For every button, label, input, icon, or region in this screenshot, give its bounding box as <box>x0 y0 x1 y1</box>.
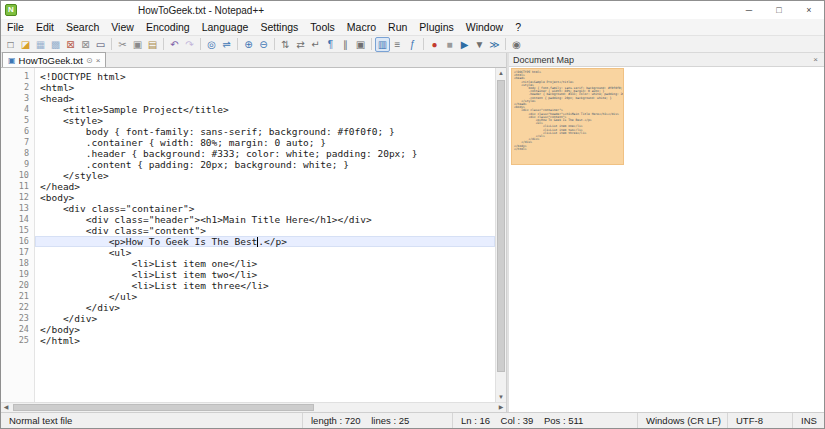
run-macro-multiple-icon[interactable]: ≫ <box>487 37 502 52</box>
menu-item-language[interactable]: Language <box>196 19 255 35</box>
find-icon[interactable]: ◎ <box>204 37 219 52</box>
code-line[interactable]: <li>List item two</li> <box>35 269 495 280</box>
code-line[interactable]: body { font-family: sans-serif; backgrou… <box>35 126 495 137</box>
paste-icon[interactable]: ▤ <box>145 37 160 52</box>
code-line[interactable]: <p>How To Geek Is The Best.</p> <box>35 236 495 247</box>
vertical-scroll-track[interactable] <box>496 78 506 392</box>
scroll-left-arrow[interactable]: ◀ <box>1 403 11 412</box>
menu-item-settings[interactable]: Settings <box>254 19 304 35</box>
scroll-right-arrow[interactable]: ▶ <box>496 403 506 412</box>
menu-item-edit[interactable]: Edit <box>30 19 60 35</box>
main-area: ▣ HowToGeek.txt ⊙ × 12345678910111213141… <box>1 53 824 412</box>
code-line[interactable]: </head> <box>35 181 495 192</box>
code-line[interactable]: </style> <box>35 170 495 181</box>
sync-vertical-scroll-icon[interactable]: ⇅ <box>278 37 293 52</box>
cut-icon[interactable]: ✂ <box>115 37 130 52</box>
code-line[interactable]: <div class="header"><h1>Main Title Here<… <box>35 214 495 225</box>
tab-close-icon[interactable]: × <box>96 56 101 65</box>
document-map-icon[interactable]: ▥ <box>375 37 390 52</box>
close-file-icon[interactable]: ⊠ <box>63 37 78 52</box>
document-map-viewport[interactable]: <!DOCTYPE html> <html> <head> <title>Sam… <box>511 68 624 165</box>
line-number: 8 <box>1 148 29 159</box>
show-all-characters-icon[interactable]: ¶ <box>323 37 338 52</box>
playback-macro-icon[interactable]: ▶ <box>457 37 472 52</box>
document-list-icon[interactable]: ≡ <box>390 37 405 52</box>
copy-icon[interactable]: ▣ <box>130 37 145 52</box>
vertical-scrollbar[interactable]: ▲ ▼ <box>495 68 506 402</box>
code-line[interactable]: <ul> <box>35 247 495 258</box>
menu-item-view[interactable]: View <box>105 19 140 35</box>
code-line[interactable]: .header { background: #333; color: white… <box>35 148 495 159</box>
word-wrap-icon[interactable]: ↵ <box>308 37 323 52</box>
monitoring-icon[interactable]: ◉ <box>509 37 524 52</box>
code-line[interactable]: <body> <box>35 192 495 203</box>
status-encoding[interactable]: UTF-8 <box>727 413 792 428</box>
redo-icon[interactable]: ↷ <box>182 37 197 52</box>
menu-item-window[interactable]: Window <box>460 19 509 35</box>
save-file-icon[interactable]: ▦ <box>33 37 48 52</box>
code-line[interactable]: </ul> <box>35 291 495 302</box>
code-line[interactable]: .container { width: 80%; margin: 0 auto;… <box>35 137 495 148</box>
new-file-icon[interactable]: □ <box>3 37 18 52</box>
code-line[interactable]: <head> <box>35 93 495 104</box>
code-line[interactable]: <html> <box>35 82 495 93</box>
show-indent-guide-icon[interactable]: ∥ <box>338 37 353 52</box>
save-macro-icon[interactable]: ▼ <box>472 37 487 52</box>
horizontal-scrollbar[interactable]: ◀ ▶ <box>1 402 506 412</box>
horizontal-scroll-thumb[interactable] <box>13 404 314 411</box>
stop-recording-icon[interactable]: ■ <box>442 37 457 52</box>
vertical-scroll-thumb[interactable] <box>497 80 505 372</box>
horizontal-scroll-track[interactable] <box>11 403 496 412</box>
code-line[interactable]: .content { padding: 20px; background: wh… <box>35 159 495 170</box>
code-line[interactable]: </div> <box>35 313 495 324</box>
save-all-icon[interactable]: ▩ <box>48 37 63 52</box>
menu-item-help[interactable]: ? <box>509 19 527 35</box>
close-button[interactable]: × <box>794 1 824 19</box>
status-length-info: length : 720 lines : 25 <box>302 413 452 428</box>
editor[interactable]: 1234567891011121314151617181920212223242… <box>1 68 506 402</box>
function-list-icon[interactable]: ƒ <box>405 37 420 52</box>
print-icon[interactable]: ▭ <box>93 37 108 52</box>
code-area[interactable]: <!DOCTYPE html><html><head> <title>Sampl… <box>35 68 495 402</box>
scroll-down-arrow[interactable]: ▼ <box>496 392 506 402</box>
record-macro-icon[interactable]: ● <box>427 37 442 52</box>
menu-item-macro[interactable]: Macro <box>341 19 382 35</box>
close-all-icon[interactable]: ⊠ <box>78 37 93 52</box>
line-number: 4 <box>1 104 29 115</box>
code-line[interactable]: <div class="container"> <box>35 203 495 214</box>
code-line[interactable]: </html> <box>35 335 495 346</box>
menu-item-search[interactable]: Search <box>60 19 105 35</box>
code-line[interactable]: <style> <box>35 115 495 126</box>
code-line[interactable]: </body> <box>35 324 495 335</box>
code-line[interactable]: <title>Sample Project</title> <box>35 104 495 115</box>
tab-howtogeek[interactable]: ▣ HowToGeek.txt ⊙ × <box>2 52 106 67</box>
undo-icon[interactable]: ↶ <box>167 37 182 52</box>
status-insert-mode[interactable]: INS <box>792 413 824 428</box>
code-line[interactable]: <div class="content"> <box>35 225 495 236</box>
menu-item-plugins[interactable]: Plugins <box>413 19 459 35</box>
menu-item-encoding[interactable]: Encoding <box>140 19 196 35</box>
open-file-icon[interactable]: ◪ <box>18 37 33 52</box>
toolbar-separator <box>371 38 372 50</box>
code-line[interactable]: <li>List item one</li> <box>35 258 495 269</box>
tab-pin-icon[interactable]: ⊙ <box>86 56 93 65</box>
app-icon[interactable]: N <box>5 4 17 16</box>
code-line[interactable]: <li>List item three</li> <box>35 280 495 291</box>
menu-item-run[interactable]: Run <box>382 19 413 35</box>
menu-item-tools[interactable]: Tools <box>304 19 341 35</box>
menu-item-file[interactable]: File <box>1 19 30 35</box>
replace-icon[interactable]: ⇌ <box>219 37 234 52</box>
minimize-button[interactable]: ─ <box>734 1 764 19</box>
scroll-up-arrow[interactable]: ▲ <box>496 68 506 78</box>
status-eol-format[interactable]: Windows (CR LF) <box>637 413 727 428</box>
code-line[interactable]: <!DOCTYPE html> <box>35 71 495 82</box>
user-defined-dialog-icon[interactable]: ▣ <box>353 37 368 52</box>
sync-horizontal-scroll-icon[interactable]: ⇄ <box>293 37 308 52</box>
tab-bar: ▣ HowToGeek.txt ⊙ × <box>1 53 506 68</box>
zoom-in-icon[interactable]: ⊕ <box>241 37 256 52</box>
zoom-out-icon[interactable]: ⊖ <box>256 37 271 52</box>
maximize-button[interactable]: □ <box>764 1 794 19</box>
document-map-close-icon[interactable]: × <box>811 55 820 64</box>
code-line[interactable]: </div> <box>35 302 495 313</box>
document-map-body[interactable]: <!DOCTYPE html> <html> <head> <title>Sam… <box>509 67 824 412</box>
